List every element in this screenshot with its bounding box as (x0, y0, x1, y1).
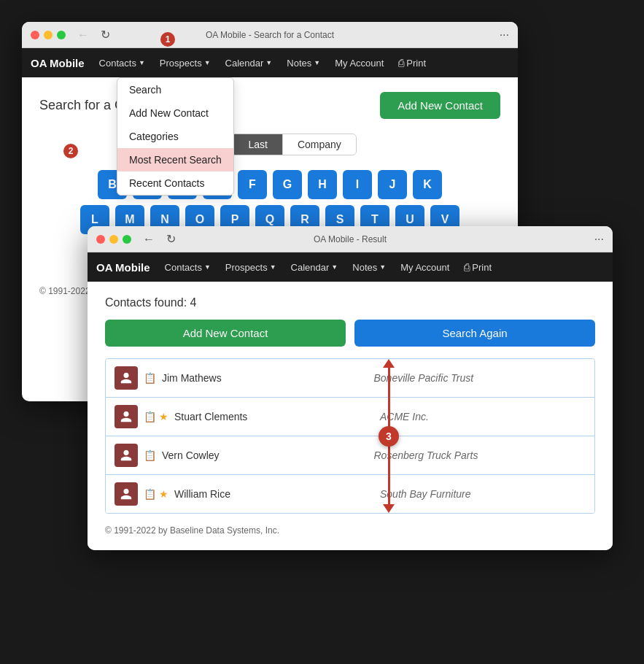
doc-icon-stuart: 📋 (144, 411, 156, 422)
contact-name-william: William Rice (174, 488, 380, 500)
refresh-button[interactable]: ↻ (98, 26, 113, 43)
notes-arrow: ▼ (314, 59, 320, 66)
doc-icon-william: 📋 (144, 488, 156, 500)
star-icon-william: ★ (159, 488, 168, 500)
contact-name-vern: Vern Cowley (162, 449, 374, 461)
contact-row-vern[interactable]: 📋 Vern Cowley Rosenberg Truck Parts (106, 436, 594, 475)
avatar-william (115, 482, 138, 506)
doc-icon-jim: 📋 (144, 372, 156, 384)
contact-icons-jim: 📋 (144, 372, 156, 384)
alpha-f[interactable]: F (238, 170, 267, 199)
minimize-button[interactable] (44, 31, 53, 39)
nav-print[interactable]: ⎙ Print (392, 54, 432, 72)
nav-my-account-2[interactable]: My Account (395, 259, 455, 276)
avatar-stuart (115, 405, 138, 428)
nav-contacts-2[interactable]: Contacts ▼ (159, 259, 217, 276)
window-menu-2[interactable]: ··· (594, 233, 604, 246)
segment-last[interactable]: Last (233, 134, 282, 155)
back-button[interactable]: ← (74, 27, 92, 43)
dropdown-recent-contacts[interactable]: Recent Contacts (117, 171, 233, 195)
app-nav-1: OA Mobile Contacts ▼ Prospects ▼ Calenda… (22, 48, 518, 77)
nav-prospects-2[interactable]: Prospects ▼ (220, 259, 282, 276)
doc-icon-vern: 📋 (144, 449, 156, 461)
alpha-j[interactable]: J (378, 170, 407, 199)
nav-buttons-2: ← ↻ (140, 231, 179, 247)
contacts-arrow: ▼ (139, 59, 145, 66)
nav-my-account[interactable]: My Account (329, 55, 389, 72)
window-title-1: OA Mobile - Search for a Contact (206, 30, 334, 40)
nav-buttons-1: ← ↻ (74, 26, 113, 43)
calendar-arrow-2: ▼ (331, 263, 338, 271)
window-menu-1[interactable]: ··· (500, 28, 509, 42)
nav-calendar-2[interactable]: Calendar ▼ (285, 259, 344, 276)
add-new-contact-button-2[interactable]: Add New Contact (105, 320, 346, 347)
window-title-2: OA Mobile - Result (314, 234, 387, 244)
action-row: Add New Contact Search Again (105, 320, 595, 347)
contacts-dropdown-menu: Search Add New Contact Categories Most R… (117, 77, 234, 196)
traffic-lights-1 (31, 31, 66, 39)
app-logo-1: OA Mobile (31, 57, 85, 69)
contact-row-stuart[interactable]: 📋 ★ Stuart Clements ACME Inc. (106, 398, 594, 436)
dropdown-search[interactable]: Search (117, 78, 233, 101)
refresh-button-2[interactable]: ↻ (163, 231, 179, 247)
avatar-vern (115, 444, 138, 467)
dropdown-add-new-contact[interactable]: Add New Contact (117, 101, 233, 125)
contact-name-jim: Jim Mathews (162, 372, 374, 384)
print-icon-2: ⎙ (464, 261, 470, 273)
nav-prospects[interactable]: Prospects ▼ (154, 55, 217, 72)
alpha-g[interactable]: G (273, 170, 302, 199)
alpha-h[interactable]: H (308, 170, 337, 199)
copyright-2: © 1991-2022 by Baseline Data Systems, In… (105, 525, 595, 536)
alpha-i[interactable]: I (343, 170, 372, 199)
close-button[interactable] (31, 31, 39, 39)
nav-contacts[interactable]: Contacts ▼ (93, 55, 151, 72)
contact-icons-stuart: 📋 ★ (144, 411, 168, 422)
search-again-button[interactable]: Search Again (354, 320, 595, 347)
window-chrome-1: ← ↻ OA Mobile - Search for a Contact ··· (22, 22, 518, 48)
star-icon-stuart: ★ (159, 411, 168, 422)
calendar-arrow: ▼ (265, 59, 272, 66)
segment-company[interactable]: Company (283, 134, 356, 155)
nav-print-2[interactable]: ⎙ Print (458, 258, 497, 276)
prospects-arrow-2: ▼ (270, 263, 276, 271)
contact-company-william: South Bay Furniture (380, 488, 586, 500)
nav-notes[interactable]: Notes ▼ (281, 55, 326, 72)
contact-company-stuart: ACME Inc. (380, 411, 586, 422)
dropdown-categories[interactable]: Categories (117, 125, 233, 148)
prospects-arrow: ▼ (204, 59, 211, 66)
app-logo-2: OA Mobile (96, 261, 150, 274)
contact-row-jim[interactable]: 📋 Jim Mathews Boneville Pacific Trust (106, 359, 594, 398)
maximize-button-2[interactable] (123, 235, 131, 244)
contact-name-stuart: Stuart Clements (174, 411, 380, 422)
contact-icons-william: 📋 ★ (144, 488, 168, 500)
search-page-header: Search for a Contact Add New Contact (39, 92, 500, 119)
results-page-content: Contacts found: 4 Add New Contact Search… (88, 282, 613, 550)
browser-window-results: ← ↻ OA Mobile - Result ··· OA Mobile Con… (88, 226, 613, 550)
contact-icons-vern: 📋 (144, 449, 156, 461)
window-chrome-2: ← ↻ OA Mobile - Result ··· (88, 226, 613, 252)
add-new-contact-button[interactable]: Add New Contact (380, 92, 500, 119)
contact-row-william[interactable]: 📋 ★ William Rice South Bay Furniture (106, 475, 594, 513)
contact-list: 3 📋 Jim Mathews Boneville Pacific Trust (105, 358, 595, 514)
contacts-arrow-2: ▼ (204, 263, 211, 271)
contact-company-vern: Rosenberg Truck Parts (374, 449, 586, 461)
nav-calendar[interactable]: Calendar ▼ (220, 55, 279, 72)
contacts-found-label: Contacts found: 4 (105, 296, 595, 309)
close-button-2[interactable] (96, 235, 105, 244)
maximize-button[interactable] (57, 31, 66, 39)
print-icon: ⎙ (398, 57, 404, 69)
contact-company-jim: Boneville Pacific Trust (374, 372, 586, 384)
app-nav-2: OA Mobile Contacts ▼ Prospects ▼ Calenda… (88, 252, 613, 282)
dropdown-most-recent-search[interactable]: Most Recent Search (117, 148, 233, 171)
minimize-button-2[interactable] (109, 235, 118, 244)
traffic-lights-2 (96, 235, 131, 244)
notes-arrow-2: ▼ (379, 263, 386, 271)
copyright-1: © 1991-2022 (39, 286, 90, 296)
avatar-jim (115, 366, 138, 390)
step-badge-2: 2 (63, 144, 78, 158)
alpha-k[interactable]: K (413, 170, 442, 199)
step-badge-1: 1 (160, 32, 175, 47)
back-button-2[interactable]: ← (140, 231, 158, 247)
nav-notes-2[interactable]: Notes ▼ (346, 259, 392, 276)
